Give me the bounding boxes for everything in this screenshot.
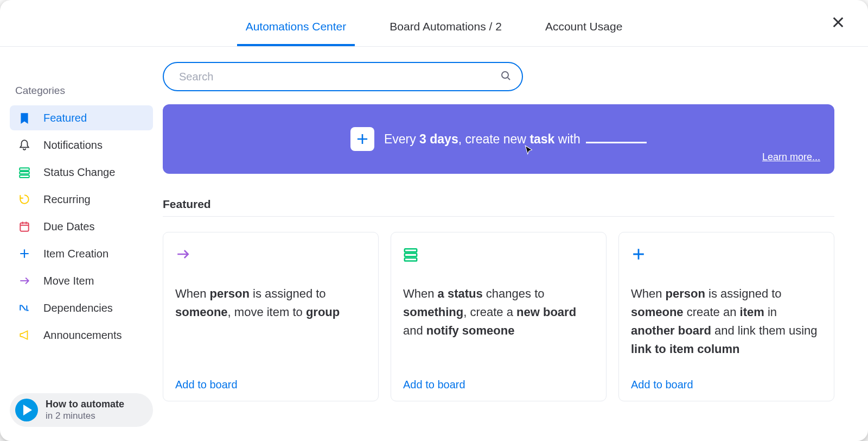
- category-label: Due Dates: [43, 220, 95, 233]
- category-label: Notifications: [43, 139, 103, 152]
- category-label: Item Creation: [43, 248, 108, 260]
- howto-title: How to automate: [46, 399, 124, 411]
- play-icon: [15, 399, 38, 421]
- banner-text: Every 3 days, create new task with: [384, 132, 647, 147]
- megaphone-icon: [17, 328, 31, 342]
- header: Automations CenterBoard Automations / 2A…: [0, 0, 868, 47]
- category-announcements[interactable]: Announcements: [10, 323, 153, 348]
- tab-account-usage[interactable]: Account Usage: [543, 4, 624, 46]
- section-title: Featured: [163, 198, 834, 216]
- category-due-dates[interactable]: Due Dates: [10, 214, 153, 239]
- status-icon: [17, 165, 31, 179]
- custom-recipe-banner[interactable]: Every 3 days, create new task with Learn…: [163, 104, 834, 174]
- bookmark-icon: [17, 111, 31, 125]
- calendar-icon: [17, 219, 31, 234]
- category-featured[interactable]: Featured: [10, 105, 153, 130]
- category-label: Move Item: [43, 275, 94, 287]
- arrow-icon: [17, 274, 31, 288]
- category-notifications[interactable]: Notifications: [10, 133, 153, 158]
- category-label: Announcements: [43, 329, 122, 342]
- banner-plus-icon: [350, 127, 374, 151]
- automation-card[interactable]: When person is assigned to someone, move…: [163, 232, 379, 401]
- tab-board-automations-2[interactable]: Board Automations / 2: [387, 4, 504, 46]
- add-to-board-link[interactable]: Add to board: [175, 379, 366, 391]
- category-label: Dependencies: [43, 302, 113, 314]
- category-recurring[interactable]: Recurring: [10, 187, 153, 212]
- add-to-board-link[interactable]: Add to board: [631, 379, 822, 391]
- main-area: Every 3 days, create new task with Learn…: [163, 47, 868, 441]
- automation-card[interactable]: When a status changes to something, crea…: [391, 232, 607, 401]
- status-icon: [403, 247, 594, 267]
- plus-icon: [17, 247, 31, 261]
- automation-card[interactable]: When person is assigned to someone creat…: [618, 232, 834, 401]
- category-label: Recurring: [43, 193, 91, 206]
- tab-automations-center[interactable]: Automations Center: [244, 4, 349, 46]
- search-input[interactable]: [163, 62, 523, 91]
- learn-more-link[interactable]: Learn more...: [762, 152, 820, 163]
- category-label: Status Change: [43, 166, 115, 179]
- close-button[interactable]: [831, 15, 845, 32]
- category-dependencies[interactable]: Dependencies: [10, 295, 153, 320]
- card-text: When person is assigned to someone creat…: [631, 285, 822, 372]
- dependency-icon: [17, 301, 31, 315]
- card-text: When a status changes to something, crea…: [403, 285, 594, 372]
- arrow-icon: [175, 247, 366, 267]
- cursor-icon: [524, 144, 535, 159]
- plus-icon: [631, 247, 822, 267]
- bell-icon: [17, 138, 31, 152]
- howto-subtitle: in 2 minutes: [46, 411, 124, 421]
- card-text: When person is assigned to someone, move…: [175, 285, 366, 372]
- category-status-change[interactable]: Status Change: [10, 160, 153, 185]
- category-move-item[interactable]: Move Item: [10, 268, 153, 293]
- sidebar-title: Categories: [15, 85, 148, 97]
- recurring-icon: [17, 192, 31, 206]
- search-icon: [500, 70, 511, 83]
- category-label: Featured: [43, 112, 87, 124]
- howto-button[interactable]: How to automate in 2 minutes: [10, 393, 153, 427]
- add-to-board-link[interactable]: Add to board: [403, 379, 594, 391]
- sidebar: Categories FeaturedNotificationsStatus C…: [0, 47, 163, 441]
- section-divider: [163, 216, 834, 217]
- category-item-creation[interactable]: Item Creation: [10, 241, 153, 266]
